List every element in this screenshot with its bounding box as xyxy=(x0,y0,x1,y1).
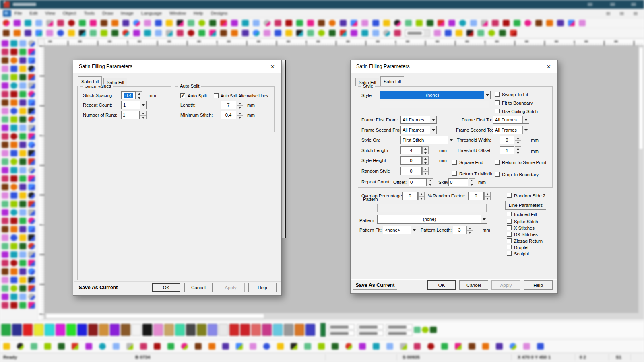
toolbar-icon[interactable] xyxy=(209,30,216,36)
toolbar-icon[interactable] xyxy=(482,343,489,350)
toolbar-icon[interactable] xyxy=(307,30,314,36)
pattern-combo[interactable]: (none) xyxy=(377,215,487,224)
toolbar-icon[interactable] xyxy=(28,302,35,309)
toolbar-icon[interactable] xyxy=(10,158,17,165)
toolbar-icon[interactable] xyxy=(113,343,120,350)
thread-color-swatch[interactable] xyxy=(186,324,196,336)
toolbar-icon[interactable] xyxy=(2,243,8,249)
thread-color-swatch[interactable] xyxy=(34,324,43,336)
toolbar-icon[interactable] xyxy=(441,343,448,350)
toolbar-icon[interactable] xyxy=(456,30,462,36)
thread-color-swatch[interactable] xyxy=(77,324,87,336)
toolbar-icon[interactable] xyxy=(372,30,379,36)
toolbar-icon[interactable] xyxy=(133,20,140,26)
toolbar-icon[interactable] xyxy=(28,268,35,275)
menu-tools[interactable]: Tools xyxy=(84,11,95,16)
toolbar-icon[interactable] xyxy=(523,343,530,350)
thread-color-swatch[interactable] xyxy=(229,324,239,336)
thread-color-swatch[interactable] xyxy=(219,324,228,336)
toolbar-icon[interactable] xyxy=(2,108,8,114)
toolbar-icon[interactable] xyxy=(340,30,347,36)
toolbar-icon[interactable] xyxy=(448,20,455,26)
toolbar-icon[interactable] xyxy=(19,251,26,258)
thread-color-swatch[interactable] xyxy=(197,324,206,336)
toolbar-icon[interactable] xyxy=(2,158,8,165)
toolbar-icon[interactable] xyxy=(177,20,184,26)
mdi-close-icon[interactable] xyxy=(634,12,638,15)
toolbar-icon[interactable] xyxy=(503,20,510,26)
toolbar-icon[interactable] xyxy=(10,82,17,89)
spin-buttons[interactable] xyxy=(427,178,433,186)
stitch-length-spinner[interactable]: 4 xyxy=(400,146,429,154)
thread-color-swatch[interactable] xyxy=(262,324,272,336)
horizontal-scrollbar[interactable] xyxy=(45,313,638,319)
toolbar-icon[interactable] xyxy=(253,20,260,26)
toolbar-icon[interactable] xyxy=(10,234,17,241)
toolbar-icon[interactable] xyxy=(2,302,8,309)
help-button[interactable]: Help xyxy=(248,283,277,292)
toolbar-icon[interactable] xyxy=(10,57,17,64)
toolbar-icon[interactable] xyxy=(19,40,26,47)
overlap-percentage-spinner[interactable]: 0 xyxy=(402,192,425,200)
toolbar-icon[interactable] xyxy=(231,20,238,26)
toolbar-icon[interactable] xyxy=(188,20,194,26)
toolbar-icon[interactable] xyxy=(19,192,26,199)
toolbar-icon[interactable] xyxy=(46,20,53,26)
help-button[interactable]: Help xyxy=(524,280,553,290)
toolbar-icon[interactable] xyxy=(220,20,227,26)
scalphi-checkbox[interactable] xyxy=(507,251,512,256)
toolbar-icon[interactable] xyxy=(28,285,35,292)
toolbar-icon[interactable] xyxy=(275,30,281,36)
toolbar-icon[interactable] xyxy=(459,20,466,26)
thread-color-swatch[interactable] xyxy=(1,324,11,336)
vertical-scrollbar[interactable] xyxy=(638,46,644,319)
thread-color-swatch[interactable] xyxy=(175,324,185,336)
toolbar-icon[interactable] xyxy=(242,30,249,36)
toolbar-icon[interactable] xyxy=(394,20,401,26)
toolbar-icon[interactable] xyxy=(19,116,26,123)
toolbar-icon[interactable] xyxy=(351,30,357,36)
toolbar-icon[interactable] xyxy=(19,175,26,182)
chevron-down-icon[interactable] xyxy=(430,116,436,123)
save-as-current-button[interactable]: Save As Current xyxy=(76,283,120,292)
toolbar-icon[interactable] xyxy=(2,82,8,89)
toolbar-icon[interactable] xyxy=(79,30,86,36)
stitch-spacing-spinner[interactable]: 0.4 xyxy=(121,91,142,99)
toolbar-icon[interactable] xyxy=(373,343,380,350)
toolbar-icon[interactable] xyxy=(2,192,8,199)
toolbar-icon[interactable] xyxy=(46,30,53,36)
thread-color-swatch[interactable] xyxy=(121,324,130,336)
toolbar-icon[interactable] xyxy=(10,209,17,216)
toolbar-icon[interactable] xyxy=(19,150,26,156)
toolbar-icon[interactable] xyxy=(19,243,26,249)
toolbar-icon[interactable] xyxy=(3,30,10,36)
toolbar-icon[interactable] xyxy=(19,142,26,148)
toolbar-icon[interactable] xyxy=(10,277,17,283)
toolbar-icon[interactable] xyxy=(57,20,64,26)
toolbar-icon[interactable] xyxy=(416,20,423,26)
toolbar-icon[interactable] xyxy=(111,20,118,26)
toolbar-icon[interactable] xyxy=(524,20,531,26)
toolbar-icon[interactable] xyxy=(318,343,325,350)
x-stitches-checkbox[interactable] xyxy=(507,225,512,230)
toolbar-icon[interactable] xyxy=(111,30,118,36)
toolbar-icon[interactable] xyxy=(3,343,10,350)
close-window-icon[interactable] xyxy=(631,3,636,6)
toolbar-icon[interactable] xyxy=(499,30,506,36)
toolbar-icon[interactable] xyxy=(10,99,17,106)
toolbar-icon[interactable] xyxy=(122,20,129,26)
chevron-down-icon[interactable] xyxy=(522,116,529,123)
random-style-spinner[interactable]: 0 xyxy=(400,167,429,175)
frame-second-to-combo[interactable]: All Frames xyxy=(493,126,529,134)
toolbar-icon[interactable] xyxy=(195,343,202,350)
toolbar-icon[interactable] xyxy=(28,116,35,123)
thread-color-swatch[interactable] xyxy=(45,324,54,336)
toolbar-icon[interactable] xyxy=(400,343,407,350)
toolbar-icon[interactable] xyxy=(28,184,35,190)
repeat-count-combo[interactable]: 1 xyxy=(121,101,147,109)
toolbar-icon[interactable] xyxy=(28,40,35,47)
toolbar-icon[interactable] xyxy=(122,30,129,36)
thread-color-swatch[interactable] xyxy=(251,324,261,336)
toolbar-icon[interactable] xyxy=(469,343,475,350)
menu-designs[interactable]: Designs xyxy=(211,11,228,16)
